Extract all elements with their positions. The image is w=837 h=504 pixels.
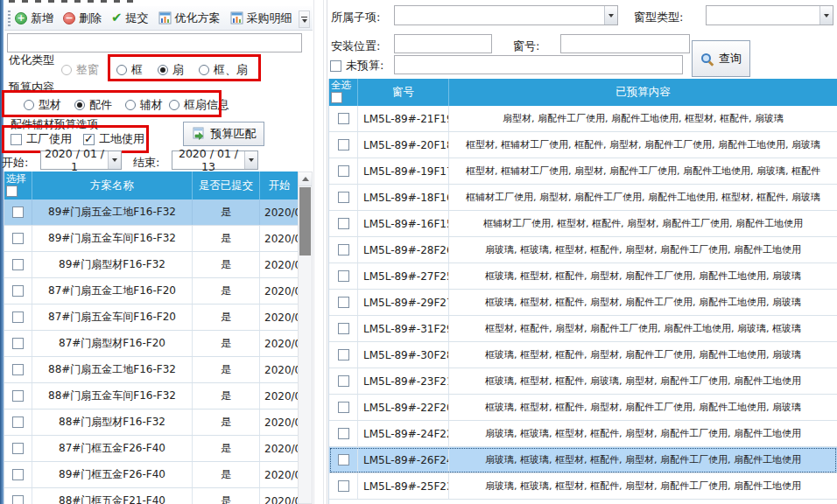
window-row-checkbox[interactable] (338, 139, 349, 150)
optimize-plan-button[interactable]: 优化方案 (158, 10, 221, 26)
panel-splitter[interactable] (313, 0, 327, 504)
window-table-row[interactable]: LM5L-89#-29F27框玻璃, 框型材, 框配件, 扇型材, 扇配件工厂使… (329, 290, 837, 316)
delete-button[interactable]: − 删除 (63, 10, 102, 26)
plan-row-checkbox[interactable] (12, 416, 24, 428)
scrollbar-thumb[interactable] (299, 187, 311, 256)
checkbox-factory-use[interactable]: 工厂使用 (11, 131, 72, 147)
window-row-checkbox[interactable] (338, 454, 349, 466)
window-table-row[interactable]: LM5L-89#-24F22扇玻璃, 框玻璃, 框型材, 框配件, 扇型材, 扇… (329, 421, 837, 447)
plan-table-row[interactable]: 88#门扇型材F16-F32是2020/0 (4, 410, 298, 436)
plan-row-checkbox[interactable] (12, 285, 24, 297)
radio-accessory[interactable]: 配件 (74, 97, 112, 113)
window-row-checkbox[interactable] (338, 323, 349, 334)
window-row-checkbox[interactable] (338, 218, 349, 229)
plan-row-checkbox[interactable] (12, 390, 24, 402)
radio-frame-sash-info[interactable]: 框扇信息 (169, 97, 229, 113)
window-table-row[interactable]: LM5L-89#-16F15框辅材工厂使用, 框型材, 框配件, 扇型材, 扇配… (329, 211, 837, 237)
plan-table-row[interactable]: 88#门扇五金车间F16-F32是2020/0 (4, 383, 298, 410)
window-row-checkbox[interactable] (338, 349, 349, 360)
window-row-checkbox[interactable] (338, 297, 349, 308)
plan-row-checkbox[interactable] (12, 259, 24, 270)
window-no-column-header[interactable]: 窗号 (358, 79, 449, 106)
plan-table-row[interactable]: 89#门扇型材F16-F32是2020/0 (4, 252, 298, 278)
window-row-checkbox[interactable] (338, 165, 349, 177)
plan-table-row[interactable]: 87#门扇五金车间F16-F20是2020/0 (4, 304, 298, 331)
plan-start-column-header[interactable]: 开始 (260, 172, 298, 200)
plan-filter-input[interactable] (7, 33, 302, 52)
no-budget-input[interactable] (394, 55, 683, 74)
window-table-row[interactable]: LM5L-89#-22F20框玻璃, 框型材, 框配件, 扇型材, 扇配件工厂使… (329, 395, 837, 421)
select-all-column-header[interactable]: 全选 (329, 79, 358, 106)
end-date-picker[interactable]: 2020 / 01 / 13 (172, 150, 258, 170)
window-row-checkbox[interactable] (338, 375, 349, 387)
plan-row-checkbox[interactable] (12, 443, 24, 454)
query-button[interactable]: 查询 (692, 40, 750, 77)
radio-profile[interactable]: 型材 (24, 97, 61, 113)
plan-table-row[interactable]: 89#门框五金F26-F40是2020/0 (4, 462, 298, 488)
plan-table-row[interactable]: 87#门扇五金工地F16-F20是2020/0 (4, 278, 298, 304)
select-all-windows-checkbox[interactable] (331, 92, 342, 103)
window-type-dropdown-button[interactable] (819, 6, 833, 24)
window-row-checkbox[interactable] (338, 402, 349, 413)
no-budget-checkbox[interactable]: 未预算: (330, 58, 383, 74)
window-table-row[interactable]: LM5L-89#-21F19扇型材, 扇配件工厂使用, 扇配件工地使用, 框型材… (329, 106, 837, 132)
plan-select-column-header[interactable]: 选择 (4, 172, 32, 200)
start-date-picker[interactable]: 2020 / 01 / 1 (40, 150, 122, 170)
radio-auxiliary[interactable]: 辅材 (125, 97, 163, 113)
sub-item-select[interactable] (394, 5, 618, 25)
window-table-row[interactable]: LM5L-89#-23F21框玻璃, 框型材, 框配件, 扇玻璃, 扇型材, 扇… (329, 368, 837, 395)
plan-table-row[interactable]: 87#门框五金F26-F40是2020/0 (4, 436, 298, 462)
window-table-row[interactable]: LM5L-89#-28F26扇玻璃, 框玻璃, 框型材, 框配件, 扇型材, 扇… (329, 237, 837, 263)
window-table-row[interactable]: LM5L-89#-27F25框玻璃, 框型材, 框配件, 扇型材, 扇配件工厂使… (329, 263, 837, 290)
window-table-row[interactable]: LM5L-89#-19F17框型材, 框辅材工厂使用, 扇型材, 扇配件工厂使用… (329, 158, 837, 185)
window-row-checkbox[interactable] (338, 428, 349, 439)
add-button[interactable]: + 新增 (15, 10, 53, 26)
window-table-row[interactable]: LM5L-89#-26F24扇玻璃, 框玻璃, 框型材, 框配件, 扇型材, 扇… (329, 447, 837, 473)
plan-submitted-cell: 是 (193, 226, 260, 251)
window-table-row[interactable]: LM5L-89#-18F16框辅材工厂使用, 扇型材, 扇配件工厂使用, 扇配件… (329, 185, 837, 211)
window-no-input[interactable] (560, 34, 690, 53)
toolbar-grip-icon[interactable] (8, 10, 11, 26)
plan-table-row[interactable]: 89#门扇五金车间F16-F32是2020/0 (4, 226, 298, 252)
window-type-select[interactable] (706, 5, 833, 25)
plan-table-row[interactable]: 87#门扇型材F16-F20是2020/0 (4, 331, 298, 357)
plan-table-row[interactable]: 88#门框五金F21-F40是2020/0 (4, 488, 298, 504)
window-row-checkbox[interactable] (338, 270, 349, 282)
window-row-checkbox[interactable] (338, 113, 349, 124)
radio-sash[interactable]: 扇 (158, 62, 184, 78)
budget-match-button[interactable]: 预算匹配 (183, 122, 264, 146)
plan-table-scrollbar[interactable] (298, 172, 313, 504)
window-table-row[interactable]: LM5L-89#-25F23扇玻璃, 框玻璃, 框型材, 框配件, 扇型材, 扇… (329, 473, 837, 500)
window-table-row[interactable]: LM5L-89#-20F18框型材, 框辅材工厂使用, 框配件, 扇型材, 扇配… (329, 132, 837, 158)
plan-row-checkbox[interactable] (12, 312, 24, 323)
plan-row-checkbox[interactable] (12, 364, 24, 375)
sub-item-dropdown-button[interactable] (604, 6, 617, 24)
plan-table-row[interactable]: 89#门扇五金工地F16-F32是2020/0 (4, 200, 298, 226)
budgeted-content-column-header[interactable]: 已预算内容 (449, 79, 837, 106)
end-date-dropdown-button[interactable] (244, 151, 257, 169)
plan-name-column-header[interactable]: 方案名称 (32, 172, 193, 200)
window-row-checkbox[interactable] (338, 480, 349, 492)
install-pos-input[interactable] (394, 34, 492, 53)
window-table-row[interactable]: LM5L-89#-30F28框玻璃, 框型材, 框配件, 扇型材, 扇配件工厂使… (329, 342, 837, 368)
plan-row-checkbox[interactable] (12, 233, 24, 244)
toolbar-overflow-button[interactable] (299, 10, 310, 28)
scroll-up-button[interactable] (299, 172, 312, 186)
plan-row-checkbox[interactable] (12, 469, 24, 480)
plan-row-checkbox[interactable] (12, 495, 24, 504)
start-date-dropdown-button[interactable] (108, 151, 121, 169)
select-all-plans-checkbox[interactable] (6, 186, 18, 197)
purchase-detail-button[interactable]: 采购明细 (230, 10, 304, 26)
window-table-row[interactable]: LM5L-89#-31F29框型材, 框配件, 扇型材, 扇配件工厂使用, 扇配… (329, 316, 837, 342)
radio-frame-sash[interactable]: 框、扇 (199, 62, 248, 78)
radio-frame[interactable]: 框 (116, 62, 143, 78)
plan-submitted-column-header[interactable]: 是否已提交 (193, 172, 260, 200)
window-row-checkbox[interactable] (338, 192, 349, 203)
plan-submitted-cell: 是 (193, 357, 260, 382)
window-row-checkbox[interactable] (338, 244, 349, 256)
submit-button[interactable]: ✔ 提交 (111, 10, 149, 26)
plan-row-checkbox[interactable] (12, 206, 24, 218)
checkbox-site-use[interactable]: 工地使用 (83, 131, 144, 147)
plan-table-row[interactable]: 88#门扇五金工地F16-F32是2020/0 (4, 357, 298, 383)
plan-row-checkbox[interactable] (12, 338, 24, 349)
